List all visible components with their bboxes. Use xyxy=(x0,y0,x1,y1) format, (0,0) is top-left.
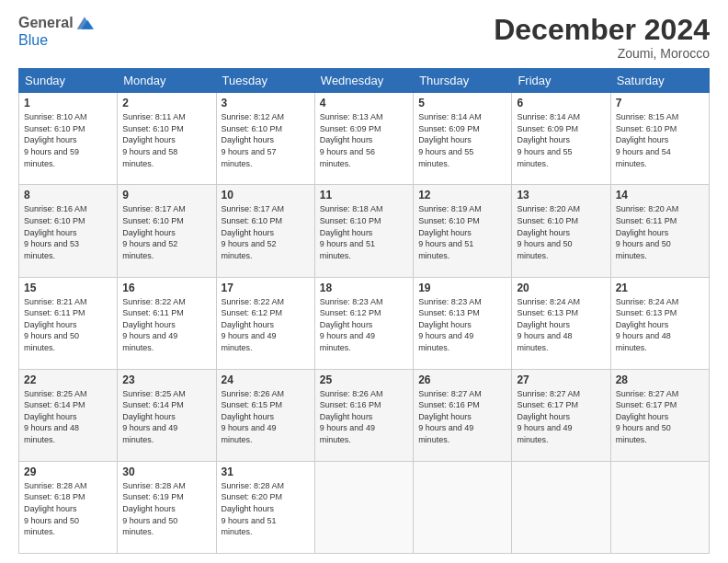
day-number: 15 xyxy=(24,282,112,294)
calendar-day-cell: 26 Sunrise: 8:27 AMSunset: 6:16 PMDaylig… xyxy=(414,369,512,461)
day-info: Sunrise: 8:18 AMSunset: 6:10 PMDaylight … xyxy=(320,203,408,261)
day-info: Sunrise: 8:24 AMSunset: 6:13 PMDaylight … xyxy=(616,296,704,354)
day-number: 7 xyxy=(616,97,704,109)
calendar-day-cell: 28 Sunrise: 8:27 AMSunset: 6:17 PMDaylig… xyxy=(610,369,709,461)
calendar-day-cell: 30 Sunrise: 8:28 AMSunset: 6:19 PMDaylig… xyxy=(118,461,216,553)
day-number: 2 xyxy=(122,97,210,109)
day-info: Sunrise: 8:20 AMSunset: 6:11 PMDaylight … xyxy=(616,203,704,261)
day-number: 8 xyxy=(24,189,112,201)
calendar-day-cell: 19 Sunrise: 8:23 AMSunset: 6:13 PMDaylig… xyxy=(414,277,512,369)
calendar-day-cell: 10 Sunrise: 8:17 AMSunset: 6:10 PMDaylig… xyxy=(216,185,314,277)
weekday-header: Tuesday xyxy=(216,69,314,93)
day-info: Sunrise: 8:15 AMSunset: 6:10 PMDaylight … xyxy=(616,111,704,169)
calendar-day-cell: 13 Sunrise: 8:20 AMSunset: 6:10 PMDaylig… xyxy=(512,185,610,277)
day-number: 22 xyxy=(24,373,112,386)
calendar-day-cell xyxy=(512,461,610,553)
logo: General Blue xyxy=(18,14,94,49)
day-info: Sunrise: 8:27 AMSunset: 6:17 PMDaylight … xyxy=(616,388,704,446)
day-number: 28 xyxy=(616,373,704,386)
day-number: 10 xyxy=(222,189,310,201)
calendar-day-cell: 21 Sunrise: 8:24 AMSunset: 6:13 PMDaylig… xyxy=(610,277,709,369)
day-number: 19 xyxy=(418,282,506,294)
day-number: 29 xyxy=(24,465,112,478)
calendar-week-row: 15 Sunrise: 8:21 AMSunset: 6:11 PMDaylig… xyxy=(19,277,710,369)
day-info: Sunrise: 8:28 AMSunset: 6:18 PMDaylight … xyxy=(24,480,112,538)
day-number: 16 xyxy=(122,282,210,294)
day-number: 6 xyxy=(517,97,605,109)
day-number: 21 xyxy=(616,282,704,294)
calendar-day-cell: 7 Sunrise: 8:15 AMSunset: 6:10 PMDayligh… xyxy=(610,93,709,185)
calendar-day-cell: 12 Sunrise: 8:19 AMSunset: 6:10 PMDaylig… xyxy=(414,185,512,277)
day-info: Sunrise: 8:17 AMSunset: 6:10 PMDaylight … xyxy=(122,203,210,261)
logo-general-text: General xyxy=(18,15,74,31)
calendar-day-cell: 6 Sunrise: 8:14 AMSunset: 6:09 PMDayligh… xyxy=(512,93,610,185)
calendar-day-cell: 8 Sunrise: 8:16 AMSunset: 6:10 PMDayligh… xyxy=(19,185,118,277)
logo-blue-text: Blue xyxy=(18,32,48,49)
weekday-header: Monday xyxy=(118,69,216,93)
calendar-week-row: 1 Sunrise: 8:10 AMSunset: 6:10 PMDayligh… xyxy=(19,93,710,185)
calendar-week-row: 8 Sunrise: 8:16 AMSunset: 6:10 PMDayligh… xyxy=(19,185,710,277)
day-info: Sunrise: 8:27 AMSunset: 6:17 PMDaylight … xyxy=(517,388,605,446)
day-info: Sunrise: 8:10 AMSunset: 6:10 PMDaylight … xyxy=(24,111,112,169)
calendar-day-cell: 2 Sunrise: 8:11 AMSunset: 6:10 PMDayligh… xyxy=(118,93,216,185)
day-info: Sunrise: 8:12 AMSunset: 6:10 PMDaylight … xyxy=(222,111,310,169)
day-number: 9 xyxy=(122,189,210,201)
calendar-day-cell: 25 Sunrise: 8:26 AMSunset: 6:16 PMDaylig… xyxy=(314,369,413,461)
calendar-day-cell: 5 Sunrise: 8:14 AMSunset: 6:09 PMDayligh… xyxy=(414,93,512,185)
calendar-day-cell: 16 Sunrise: 8:22 AMSunset: 6:11 PMDaylig… xyxy=(118,277,216,369)
calendar-week-row: 22 Sunrise: 8:25 AMSunset: 6:14 PMDaylig… xyxy=(19,369,710,461)
day-info: Sunrise: 8:27 AMSunset: 6:16 PMDaylight … xyxy=(418,388,506,446)
day-info: Sunrise: 8:28 AMSunset: 6:20 PMDaylight … xyxy=(222,480,310,538)
title-block: December 2024 Zoumi, Morocco xyxy=(494,14,710,61)
day-number: 24 xyxy=(222,373,310,386)
calendar-day-cell xyxy=(314,461,413,553)
day-info: Sunrise: 8:21 AMSunset: 6:11 PMDaylight … xyxy=(24,296,112,354)
calendar-day-cell: 1 Sunrise: 8:10 AMSunset: 6:10 PMDayligh… xyxy=(19,93,118,185)
header: General Blue December 2024 Zoumi, Morocc… xyxy=(18,14,710,61)
day-info: Sunrise: 8:13 AMSunset: 6:09 PMDaylight … xyxy=(320,111,408,169)
weekday-header: Thursday xyxy=(414,69,512,93)
weekday-header: Friday xyxy=(512,69,610,93)
calendar-week-row: 29 Sunrise: 8:28 AMSunset: 6:18 PMDaylig… xyxy=(19,461,710,553)
calendar-header-row: SundayMondayTuesdayWednesdayThursdayFrid… xyxy=(19,69,710,93)
day-number: 20 xyxy=(517,282,605,294)
day-info: Sunrise: 8:14 AMSunset: 6:09 PMDaylight … xyxy=(517,111,605,169)
calendar-table: SundayMondayTuesdayWednesdayThursdayFrid… xyxy=(18,68,710,554)
day-number: 4 xyxy=(320,97,408,109)
calendar-day-cell: 3 Sunrise: 8:12 AMSunset: 6:10 PMDayligh… xyxy=(216,93,314,185)
calendar-day-cell: 27 Sunrise: 8:27 AMSunset: 6:17 PMDaylig… xyxy=(512,369,610,461)
day-info: Sunrise: 8:26 AMSunset: 6:15 PMDaylight … xyxy=(222,388,310,446)
calendar-day-cell: 29 Sunrise: 8:28 AMSunset: 6:18 PMDaylig… xyxy=(19,461,118,553)
day-number: 5 xyxy=(418,97,506,109)
day-info: Sunrise: 8:19 AMSunset: 6:10 PMDaylight … xyxy=(418,203,506,261)
day-info: Sunrise: 8:25 AMSunset: 6:14 PMDaylight … xyxy=(122,388,210,446)
calendar-day-cell: 23 Sunrise: 8:25 AMSunset: 6:14 PMDaylig… xyxy=(118,369,216,461)
location: Zoumi, Morocco xyxy=(494,46,710,61)
day-number: 27 xyxy=(517,373,605,386)
day-info: Sunrise: 8:23 AMSunset: 6:12 PMDaylight … xyxy=(320,296,408,354)
day-number: 1 xyxy=(24,97,112,109)
day-number: 23 xyxy=(122,373,210,386)
calendar-day-cell: 20 Sunrise: 8:24 AMSunset: 6:13 PMDaylig… xyxy=(512,277,610,369)
calendar-day-cell: 4 Sunrise: 8:13 AMSunset: 6:09 PMDayligh… xyxy=(314,93,413,185)
day-number: 17 xyxy=(222,282,310,294)
calendar-day-cell: 11 Sunrise: 8:18 AMSunset: 6:10 PMDaylig… xyxy=(314,185,413,277)
day-info: Sunrise: 8:22 AMSunset: 6:12 PMDaylight … xyxy=(222,296,310,354)
day-number: 13 xyxy=(517,189,605,201)
calendar-day-cell xyxy=(414,461,512,553)
day-number: 18 xyxy=(320,282,408,294)
calendar-day-cell: 9 Sunrise: 8:17 AMSunset: 6:10 PMDayligh… xyxy=(118,185,216,277)
calendar-day-cell: 18 Sunrise: 8:23 AMSunset: 6:12 PMDaylig… xyxy=(314,277,413,369)
calendar-day-cell: 14 Sunrise: 8:20 AMSunset: 6:11 PMDaylig… xyxy=(610,185,709,277)
day-info: Sunrise: 8:26 AMSunset: 6:16 PMDaylight … xyxy=(320,388,408,446)
day-number: 25 xyxy=(320,373,408,386)
day-number: 31 xyxy=(222,465,310,478)
day-info: Sunrise: 8:23 AMSunset: 6:13 PMDaylight … xyxy=(418,296,506,354)
page: General Blue December 2024 Zoumi, Morocc… xyxy=(0,0,728,563)
logo-icon xyxy=(75,14,94,32)
calendar-day-cell: 17 Sunrise: 8:22 AMSunset: 6:12 PMDaylig… xyxy=(216,277,314,369)
calendar-day-cell: 31 Sunrise: 8:28 AMSunset: 6:20 PMDaylig… xyxy=(216,461,314,553)
day-info: Sunrise: 8:16 AMSunset: 6:10 PMDaylight … xyxy=(24,203,112,261)
day-number: 14 xyxy=(616,189,704,201)
calendar-day-cell: 24 Sunrise: 8:26 AMSunset: 6:15 PMDaylig… xyxy=(216,369,314,461)
